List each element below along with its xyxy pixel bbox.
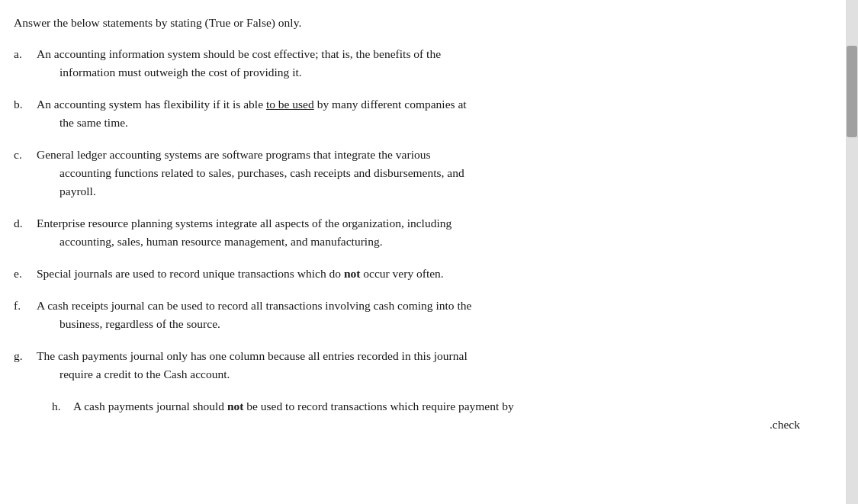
label-c: c. — [14, 146, 37, 164]
text-h: A cash payments journal should not be us… — [73, 397, 800, 434]
scrollbar-thumb[interactable] — [847, 46, 857, 137]
text-c: General ledger accounting systems are so… — [37, 146, 800, 201]
question-item-b: b. An accounting system has flexibility … — [14, 95, 800, 132]
label-h: h. — [52, 397, 73, 416]
text-c-line3: payroll. — [37, 182, 800, 201]
text-a: An accounting information system should … — [37, 45, 800, 82]
question-item-e: e. Special journals are used to record u… — [14, 265, 800, 283]
label-e: e. — [14, 265, 37, 283]
text-d: Enterprise resource planning systems int… — [37, 214, 800, 251]
instruction: Answer the below statements by stating (… — [14, 14, 800, 31]
text-c-line2: accounting functions related to sales, p… — [37, 164, 800, 182]
label-g: g. — [14, 347, 37, 365]
text-g-indent: require a credit to the Cash account. — [37, 365, 800, 384]
main-content: Answer the below statements by stating (… — [0, 0, 846, 504]
scrollbar[interactable] — [846, 0, 858, 504]
question-item-a: a. An accounting information system shou… — [14, 45, 800, 82]
question-item-c: c. General ledger accounting systems are… — [14, 146, 800, 201]
text-a-indent: information must outweigh the cost of pr… — [37, 63, 800, 82]
text-b: An accounting system has flexibility if … — [37, 95, 800, 132]
label-a: a. — [14, 45, 37, 63]
text-b-indent: the same time. — [37, 114, 800, 132]
bold-not-e: not — [344, 267, 361, 280]
text-f-indent: business, regardless of the source. — [37, 315, 800, 333]
text-d-indent: accounting, sales, human resource manage… — [37, 233, 800, 251]
text-f: A cash receipts journal can be used to r… — [37, 297, 800, 333]
underline-b: to be used — [266, 98, 314, 111]
text-e: Special journals are used to record uniq… — [37, 265, 800, 283]
bold-not-h: not — [227, 400, 244, 413]
label-d: d. — [14, 214, 37, 233]
text-h-check: .check — [73, 416, 800, 434]
question-item-g: g. The cash payments journal only has on… — [14, 347, 800, 384]
text-g: The cash payments journal only has one c… — [37, 347, 800, 384]
question-item-d: d. Enterprise resource planning systems … — [14, 214, 800, 251]
question-list: a. An accounting information system shou… — [14, 45, 800, 434]
question-item-f: f. A cash receipts journal can be used t… — [14, 297, 800, 333]
question-item-h: h. A cash payments journal should not be… — [14, 397, 800, 434]
label-b: b. — [14, 95, 37, 114]
label-f: f. — [14, 297, 37, 315]
